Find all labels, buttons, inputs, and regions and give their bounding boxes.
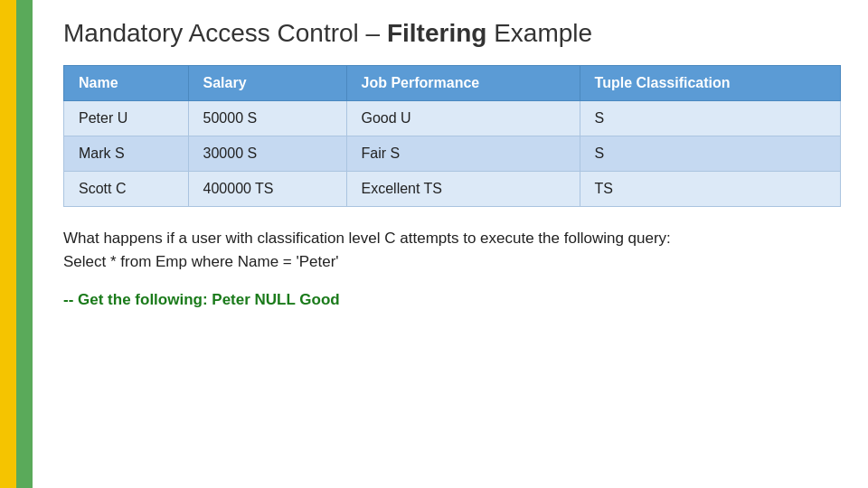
mac-table: Name Salary Job Performance Tuple Classi… [63,65,841,207]
cell-tuple-class: S [580,136,840,171]
cell-tuple-class: TS [580,171,840,206]
cell-job-performance: Good U [346,100,580,136]
table-row: Scott C400000 TSExcellent TSTS [64,171,841,206]
answer-text: -- Get the following: Peter NULL Good [63,288,841,312]
cell-job-performance: Excellent TS [346,171,580,206]
col-header-name: Name [64,65,189,100]
cell-name: Scott C [64,171,189,206]
cell-tuple-class: S [580,100,840,136]
cell-name: Peter U [64,100,189,136]
title-part1: Mandatory Access Control – [63,19,387,47]
col-header-salary: Salary [188,65,346,100]
side-bar-green [16,0,33,488]
table-header-row: Name Salary Job Performance Tuple Classi… [64,65,841,100]
cell-salary: 50000 S [188,100,346,136]
title-highlight: Filtering [387,19,486,47]
side-bar-yellow [0,0,16,488]
table-row: Mark S30000 SFair SS [64,136,841,171]
cell-salary: 400000 TS [188,171,346,206]
cell-salary: 30000 S [188,136,346,171]
question-text: What happens if a user with classificati… [63,227,841,275]
table-row: Peter U50000 SGood US [64,100,841,136]
col-header-job-performance: Job Performance [346,65,580,100]
col-header-tuple-classification: Tuple Classification [580,65,840,100]
title-part2: Example [486,19,592,47]
main-content: Mandatory Access Control – Filtering Exa… [45,0,868,488]
cell-job-performance: Fair S [346,136,580,171]
page-title: Mandatory Access Control – Filtering Exa… [63,18,841,49]
cell-name: Mark S [64,136,189,171]
